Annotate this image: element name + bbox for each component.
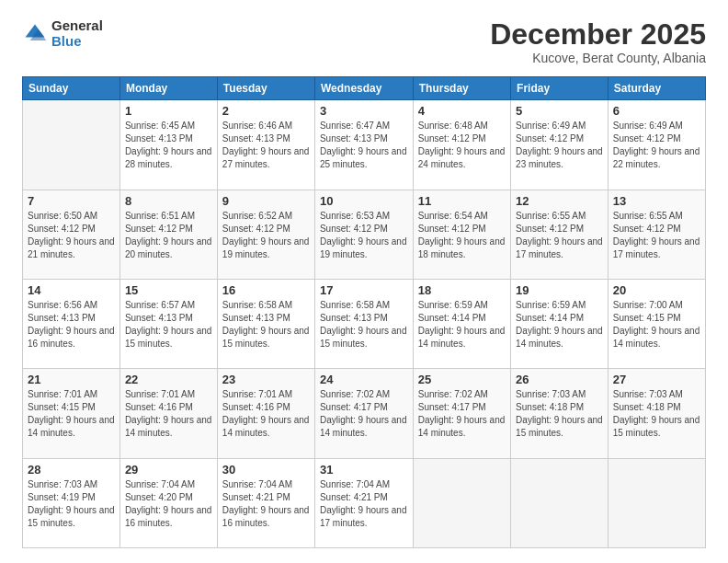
day-info: Sunrise: 7:03 AMSunset: 4:18 PMDaylight:… — [613, 388, 700, 440]
day-info: Sunrise: 6:50 AMSunset: 4:12 PMDaylight:… — [28, 210, 115, 261]
day-info: Sunrise: 6:51 AMSunset: 4:12 PMDaylight:… — [125, 210, 212, 261]
day-number: 7 — [28, 194, 115, 208]
calendar-week-row-3: 14Sunrise: 6:56 AMSunset: 4:13 PMDayligh… — [23, 279, 706, 368]
table-row: 17Sunrise: 6:58 AMSunset: 4:13 PMDayligh… — [314, 279, 413, 368]
day-number: 11 — [418, 194, 506, 208]
day-info: Sunrise: 6:49 AMSunset: 4:12 PMDaylight:… — [613, 120, 700, 171]
day-number: 21 — [28, 373, 115, 386]
col-thursday: Thursday — [413, 77, 510, 100]
page: General Blue December 2025 Kucove, Berat… — [0, 0, 728, 563]
table-row: 29Sunrise: 7:04 AMSunset: 4:20 PMDayligh… — [119, 458, 217, 547]
day-info: Sunrise: 6:58 AMSunset: 4:13 PMDaylight:… — [320, 299, 408, 350]
table-row: 18Sunrise: 6:59 AMSunset: 4:14 PMDayligh… — [413, 279, 510, 368]
day-info: Sunrise: 6:54 AMSunset: 4:12 PMDaylight:… — [418, 210, 506, 261]
day-number: 9 — [222, 194, 310, 208]
day-number: 29 — [125, 463, 212, 477]
day-info: Sunrise: 6:59 AMSunset: 4:14 PMDaylight:… — [516, 299, 603, 350]
table-row: 23Sunrise: 7:01 AMSunset: 4:16 PMDayligh… — [217, 369, 314, 458]
table-row: 24Sunrise: 7:02 AMSunset: 4:17 PMDayligh… — [314, 369, 413, 458]
day-number: 25 — [418, 373, 506, 386]
header: General Blue December 2025 Kucove, Berat… — [22, 18, 706, 65]
day-number: 24 — [320, 373, 408, 386]
day-info: Sunrise: 6:55 AMSunset: 4:12 PMDaylight:… — [516, 210, 603, 261]
day-info: Sunrise: 6:48 AMSunset: 4:12 PMDaylight:… — [418, 120, 506, 171]
logo-general-text: General — [51, 18, 103, 34]
day-number: 27 — [613, 373, 700, 386]
day-info: Sunrise: 6:57 AMSunset: 4:13 PMDaylight:… — [125, 299, 212, 350]
table-row: 2Sunrise: 6:46 AMSunset: 4:13 PMDaylight… — [217, 100, 314, 190]
table-row: 28Sunrise: 7:03 AMSunset: 4:19 PMDayligh… — [23, 458, 120, 547]
day-info: Sunrise: 7:02 AMSunset: 4:17 PMDaylight:… — [418, 388, 506, 440]
calendar-table: Sunday Monday Tuesday Wednesday Thursday… — [22, 76, 706, 548]
day-info: Sunrise: 7:00 AMSunset: 4:15 PMDaylight:… — [613, 299, 700, 350]
table-row: 15Sunrise: 6:57 AMSunset: 4:13 PMDayligh… — [119, 279, 217, 368]
day-info: Sunrise: 7:03 AMSunset: 4:19 PMDaylight:… — [28, 478, 115, 530]
day-info: Sunrise: 6:52 AMSunset: 4:12 PMDaylight:… — [222, 210, 310, 261]
day-number: 3 — [320, 104, 408, 118]
logo: General Blue — [22, 18, 103, 49]
table-row: 1Sunrise: 6:45 AMSunset: 4:13 PMDaylight… — [119, 100, 217, 190]
day-number: 5 — [516, 104, 603, 118]
col-sunday: Sunday — [23, 77, 120, 100]
table-row: 13Sunrise: 6:55 AMSunset: 4:12 PMDayligh… — [608, 190, 705, 279]
logo-icon — [22, 21, 48, 47]
table-row — [413, 458, 510, 547]
col-monday: Monday — [119, 77, 217, 100]
logo-text: General Blue — [51, 18, 103, 49]
day-info: Sunrise: 6:46 AMSunset: 4:13 PMDaylight:… — [222, 120, 310, 171]
day-info: Sunrise: 7:04 AMSunset: 4:20 PMDaylight:… — [125, 478, 212, 530]
day-number: 1 — [125, 104, 212, 118]
table-row: 8Sunrise: 6:51 AMSunset: 4:12 PMDaylight… — [119, 190, 217, 279]
table-row: 12Sunrise: 6:55 AMSunset: 4:12 PMDayligh… — [511, 190, 609, 279]
table-row: 4Sunrise: 6:48 AMSunset: 4:12 PMDaylight… — [413, 100, 510, 190]
day-info: Sunrise: 6:53 AMSunset: 4:12 PMDaylight:… — [320, 210, 408, 261]
day-number: 28 — [28, 463, 115, 477]
table-row: 22Sunrise: 7:01 AMSunset: 4:16 PMDayligh… — [119, 369, 217, 458]
day-info: Sunrise: 7:02 AMSunset: 4:17 PMDaylight:… — [320, 388, 408, 440]
table-row: 5Sunrise: 6:49 AMSunset: 4:12 PMDaylight… — [511, 100, 609, 190]
calendar-week-row-2: 7Sunrise: 6:50 AMSunset: 4:12 PMDaylight… — [23, 190, 706, 279]
col-wednesday: Wednesday — [314, 77, 413, 100]
day-info: Sunrise: 7:04 AMSunset: 4:21 PMDaylight:… — [222, 478, 310, 530]
table-row: 6Sunrise: 6:49 AMSunset: 4:12 PMDaylight… — [608, 100, 705, 190]
day-number: 22 — [125, 373, 212, 386]
location-subtitle: Kucove, Berat County, Albania — [490, 51, 706, 65]
day-number: 6 — [613, 104, 700, 118]
day-number: 10 — [320, 194, 408, 208]
col-friday: Friday — [511, 77, 609, 100]
day-number: 15 — [125, 283, 212, 297]
col-tuesday: Tuesday — [217, 77, 314, 100]
table-row: 11Sunrise: 6:54 AMSunset: 4:12 PMDayligh… — [413, 190, 510, 279]
day-info: Sunrise: 6:56 AMSunset: 4:13 PMDaylight:… — [28, 299, 115, 350]
day-number: 23 — [222, 373, 310, 386]
table-row: 30Sunrise: 7:04 AMSunset: 4:21 PMDayligh… — [217, 458, 314, 547]
logo-blue-text: Blue — [51, 34, 103, 50]
table-row: 27Sunrise: 7:03 AMSunset: 4:18 PMDayligh… — [608, 369, 705, 458]
table-row: 20Sunrise: 7:00 AMSunset: 4:15 PMDayligh… — [608, 279, 705, 368]
table-row: 21Sunrise: 7:01 AMSunset: 4:15 PMDayligh… — [23, 369, 120, 458]
day-number: 2 — [222, 104, 310, 118]
day-number: 30 — [222, 463, 310, 477]
calendar-week-row-5: 28Sunrise: 7:03 AMSunset: 4:19 PMDayligh… — [23, 458, 706, 547]
day-info: Sunrise: 7:01 AMSunset: 4:16 PMDaylight:… — [125, 388, 212, 440]
day-info: Sunrise: 7:04 AMSunset: 4:21 PMDaylight:… — [320, 478, 408, 530]
day-number: 31 — [320, 463, 408, 477]
day-number: 18 — [418, 283, 506, 297]
table-row: 7Sunrise: 6:50 AMSunset: 4:12 PMDaylight… — [23, 190, 120, 279]
table-row: 14Sunrise: 6:56 AMSunset: 4:13 PMDayligh… — [23, 279, 120, 368]
calendar-week-row-1: 1Sunrise: 6:45 AMSunset: 4:13 PMDaylight… — [23, 100, 706, 190]
table-row: 19Sunrise: 6:59 AMSunset: 4:14 PMDayligh… — [511, 279, 609, 368]
table-row: 26Sunrise: 7:03 AMSunset: 4:18 PMDayligh… — [511, 369, 609, 458]
table-row — [511, 458, 609, 547]
table-row: 9Sunrise: 6:52 AMSunset: 4:12 PMDaylight… — [217, 190, 314, 279]
table-row — [23, 100, 120, 190]
day-number: 17 — [320, 283, 408, 297]
day-number: 14 — [28, 283, 115, 297]
day-info: Sunrise: 7:01 AMSunset: 4:15 PMDaylight:… — [28, 388, 115, 440]
day-info: Sunrise: 6:49 AMSunset: 4:12 PMDaylight:… — [516, 120, 603, 171]
title-section: December 2025 Kucove, Berat County, Alba… — [490, 18, 706, 65]
day-info: Sunrise: 7:01 AMSunset: 4:16 PMDaylight:… — [222, 388, 310, 440]
day-number: 13 — [613, 194, 700, 208]
month-title: December 2025 — [490, 18, 706, 51]
table-row: 16Sunrise: 6:58 AMSunset: 4:13 PMDayligh… — [217, 279, 314, 368]
